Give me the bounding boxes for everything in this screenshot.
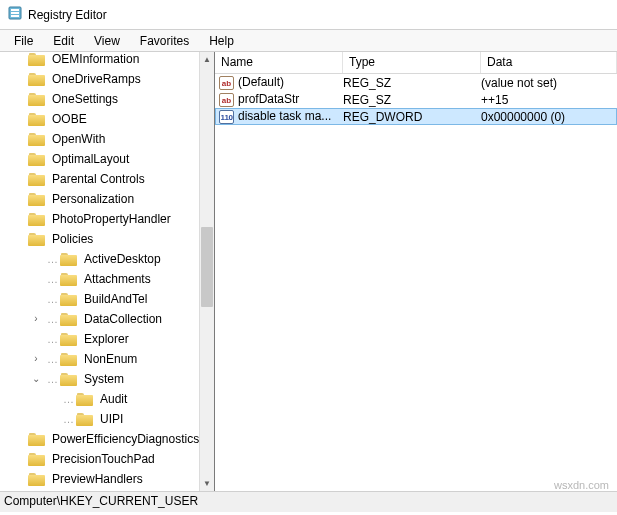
tree-item[interactable]: Personalization [0,189,214,209]
tree-connector: … [44,353,58,365]
scroll-down-icon[interactable]: ▼ [200,476,214,491]
tree-item-label: ActiveDesktop [82,252,161,266]
tree-pane: OEMInformationOneDriveRampsOneSettingsOO… [0,52,215,491]
reg-string-icon: ab [219,93,234,107]
tree-item[interactable]: Policies [0,229,214,249]
list-row[interactable]: 110disable task ma...REG_DWORD0x00000000… [215,108,617,125]
window-title: Registry Editor [28,8,107,22]
tree-item[interactable]: OneDriveRamps [0,69,214,89]
tree-item-label: PreviewHandlers [50,472,143,486]
value-data: 0x00000000 (0) [481,110,616,124]
tree-item-label: OneDriveRamps [50,72,141,86]
list-pane: Name Type Data ab(Default)REG_SZ(value n… [215,52,617,491]
registry-tree[interactable]: OEMInformationOneDriveRampsOneSettingsOO… [0,52,214,491]
tree-connector: … [44,333,58,345]
app-icon [8,6,22,23]
folder-icon [28,132,46,146]
menu-favorites[interactable]: Favorites [130,32,199,50]
folder-icon [60,292,78,306]
scroll-thumb[interactable] [201,227,213,307]
menu-file[interactable]: File [4,32,43,50]
tree-item[interactable]: PropertySystem [0,489,214,491]
tree-connector: … [60,393,74,405]
tree-item[interactable]: …Audit [0,389,214,409]
value-name: profDataStr [238,92,299,106]
tree-item-label: BuildAndTel [82,292,147,306]
tree-item[interactable]: OneSettings [0,89,214,109]
tree-item[interactable]: Parental Controls [0,169,214,189]
tree-item[interactable]: …Attachments [0,269,214,289]
reg-dword-icon: 110 [219,110,234,124]
chevron-right-icon[interactable]: › [30,314,42,324]
menu-bar: File Edit View Favorites Help [0,30,617,52]
tree-item-label: Parental Controls [50,172,145,186]
folder-icon [60,272,78,286]
value-name: disable task ma... [238,109,331,123]
col-header-type[interactable]: Type [343,52,481,73]
tree-item[interactable]: OpenWith [0,129,214,149]
col-header-name[interactable]: Name [215,52,343,73]
tree-item[interactable]: …Explorer [0,329,214,349]
tree-connector: … [60,413,74,425]
svg-rect-1 [11,9,19,11]
tree-item[interactable]: …BuildAndTel [0,289,214,309]
tree-item-label: Policies [50,232,93,246]
tree-connector: … [44,273,58,285]
tree-item-label: Attachments [82,272,151,286]
folder-icon [60,312,78,326]
folder-icon [28,72,46,86]
tree-item-label: PhotoPropertyHandler [50,212,171,226]
scroll-up-icon[interactable]: ▲ [200,52,214,67]
folder-icon [28,152,46,166]
title-bar: Registry Editor [0,0,617,30]
tree-item[interactable]: …UIPI [0,409,214,429]
tree-item[interactable]: PhotoPropertyHandler [0,209,214,229]
value-data: (value not set) [481,76,617,90]
tree-item[interactable]: PreviewHandlers [0,469,214,489]
tree-item-label: Explorer [82,332,129,346]
tree-item-label: DataCollection [82,312,162,326]
folder-icon [28,172,46,186]
folder-icon [76,412,94,426]
watermark: wsxdn.com [554,479,609,491]
reg-string-icon: ab [219,76,234,90]
list-row[interactable]: abprofDataStrREG_SZ++15 [215,91,617,108]
menu-edit[interactable]: Edit [43,32,84,50]
tree-item-label: OEMInformation [50,52,139,66]
folder-icon [28,452,46,466]
tree-item[interactable]: OptimalLayout [0,149,214,169]
tree-item-label: OpenWith [50,132,105,146]
list-row[interactable]: ab(Default)REG_SZ(value not set) [215,74,617,91]
folder-icon [60,332,78,346]
folder-icon [28,192,46,206]
tree-item[interactable]: ›…DataCollection [0,309,214,329]
tree-item-label: Personalization [50,192,134,206]
tree-item[interactable]: PowerEfficiencyDiagnostics [0,429,214,449]
list-body: ab(Default)REG_SZ(value not set)abprofDa… [215,74,617,125]
list-header: Name Type Data [215,52,617,74]
menu-help[interactable]: Help [199,32,244,50]
tree-item-label: System [82,372,124,386]
menu-view[interactable]: View [84,32,130,50]
statusbar-path: Computer\HKEY_CURRENT_USER [4,494,198,508]
work-area: OEMInformationOneDriveRampsOneSettingsOO… [0,52,617,492]
tree-item[interactable]: OOBE [0,109,214,129]
tree-item-label: PowerEfficiencyDiagnostics [50,432,199,446]
status-bar: Computer\HKEY_CURRENT_USER [0,492,617,512]
tree-scrollbar[interactable]: ▲ ▼ [199,52,214,491]
tree-item[interactable]: OEMInformation [0,52,214,69]
folder-icon [28,52,46,66]
tree-item[interactable]: ›…NonEnum [0,349,214,369]
folder-icon [76,392,94,406]
tree-item-label: PrecisionTouchPad [50,452,155,466]
tree-item-label: Audit [98,392,127,406]
value-data: ++15 [481,93,617,107]
tree-connector: … [44,253,58,265]
chevron-down-icon[interactable]: ⌄ [30,374,42,384]
tree-item[interactable]: ⌄…System [0,369,214,389]
tree-item[interactable]: PrecisionTouchPad [0,449,214,469]
col-header-data[interactable]: Data [481,52,617,73]
folder-icon [60,372,78,386]
chevron-right-icon[interactable]: › [30,354,42,364]
tree-item[interactable]: …ActiveDesktop [0,249,214,269]
